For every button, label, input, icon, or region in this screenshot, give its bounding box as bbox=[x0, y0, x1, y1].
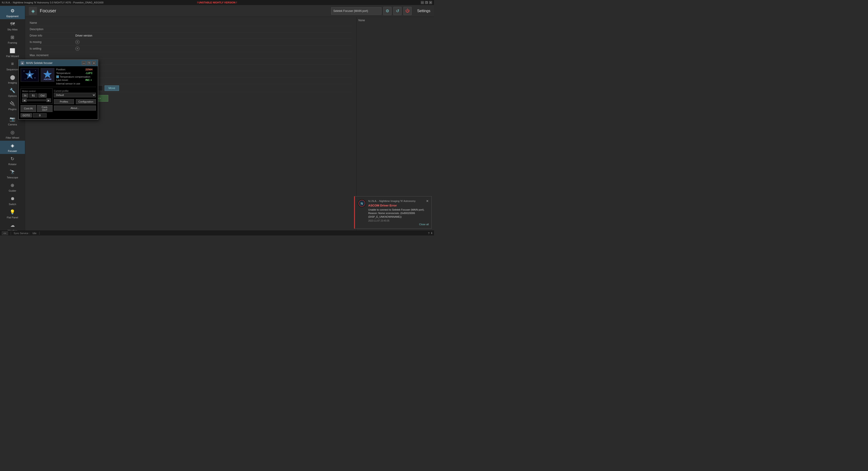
svg-point-4 bbox=[35, 70, 36, 71]
goto-input[interactable] bbox=[33, 113, 46, 117]
toast-timestamp: 2023-11-07 23:45:05 bbox=[368, 220, 429, 222]
device-select[interactable]: Seletek Focuser (MAIN port) No Focuser bbox=[331, 7, 381, 14]
toast-content: N.I.N.A. - Nighttime Imaging 'N' Astrono… bbox=[368, 199, 429, 226]
toast-error-title: ASCOM Driver Error bbox=[368, 204, 429, 207]
svg-text:N: N bbox=[361, 202, 363, 206]
popup-profile-select[interactable]: Default bbox=[54, 93, 96, 97]
popup-position-label: Position: bbox=[56, 68, 84, 71]
motor-arrow-bar bbox=[27, 99, 46, 101]
sidebar-item-framing[interactable]: ⊞ Framing bbox=[0, 32, 25, 46]
filter-wheel-icon: ◎ bbox=[9, 129, 16, 136]
sidebar-label-sequencer: Sequencer bbox=[6, 68, 19, 71]
driver-info-label: Driver info bbox=[30, 34, 75, 37]
settings-none-value: None bbox=[359, 19, 365, 22]
flat-panel-icon: 💡 bbox=[9, 209, 16, 215]
sidebar-label-options: Options bbox=[8, 95, 17, 97]
configuration-button[interactable]: Configuration bbox=[76, 99, 96, 104]
svg-text:ASCOM: ASCOM bbox=[43, 78, 52, 81]
svg-point-5 bbox=[25, 79, 25, 79]
popup-device-info: Position: 22564 Temperature: -1.8°C Temp… bbox=[56, 68, 96, 85]
description-row: Description bbox=[30, 26, 352, 32]
description-label: Description bbox=[30, 28, 75, 31]
app-title: N.I.N.A. - Nighttime Imaging 'N' Astrono… bbox=[2, 1, 103, 4]
sequencer-icon: ≡ bbox=[9, 61, 16, 67]
toast-close-button[interactable]: ✕ bbox=[426, 199, 429, 203]
arrow-left-button[interactable]: ◀ bbox=[22, 98, 27, 102]
sync-service-value: Idle bbox=[32, 232, 36, 234]
sidebar-label-imaging: Imaging bbox=[8, 81, 17, 84]
cont-out-button[interactable]: Cont-OUT bbox=[37, 105, 53, 112]
settings-gear-button[interactable]: ⚙ bbox=[383, 7, 392, 15]
close-button[interactable]: ✕ bbox=[429, 1, 432, 4]
popup-close-btn[interactable]: ✕ bbox=[92, 61, 96, 65]
sidebar-label-weather: Weather bbox=[8, 229, 17, 230]
is-settling-row: Is settling ✕ bbox=[30, 45, 352, 52]
sky-atlas-icon: 🗺 bbox=[9, 21, 16, 27]
sidebar-label-focuser: Focuser bbox=[8, 150, 17, 153]
move-button[interactable]: Move bbox=[104, 86, 119, 91]
sidebar-label-telescope: Telescope bbox=[7, 176, 18, 179]
minimize-button[interactable]: — bbox=[421, 1, 424, 4]
popup-last-move-value: INC + bbox=[86, 78, 92, 81]
sidebar-label-sky-atlas: Sky Atlas bbox=[7, 28, 18, 31]
step-input[interactable] bbox=[29, 93, 37, 97]
sidebar-item-flat-wizard[interactable]: ⬜ Flat Wizard bbox=[0, 46, 25, 59]
panel-focuser-icon: ◈ bbox=[29, 7, 37, 15]
profiles-button[interactable]: Profiles bbox=[54, 99, 74, 104]
settings-title: Settings bbox=[417, 9, 430, 13]
arrow-right-button[interactable]: ▶ bbox=[46, 98, 51, 102]
toast-app-name: N.I.N.A. - Nighttime Imaging 'N' Astrono… bbox=[368, 200, 415, 202]
popup-logo bbox=[21, 68, 39, 82]
sidebar-item-rotator[interactable]: ↻ Rotator bbox=[0, 154, 25, 167]
sidebar-label-flat-wizard: Flat Wizard bbox=[6, 55, 19, 58]
focuser-content: Name Description Driver info Driver vers… bbox=[25, 17, 356, 230]
popup-two-col: Motor control In Out ◀ ▶ Cont-IN Cont-OU… bbox=[21, 88, 96, 117]
sidebar-item-switch[interactable]: ⏺ Switch bbox=[0, 194, 25, 207]
sidebar-item-guider[interactable]: ⊕ Guider bbox=[0, 181, 25, 194]
is-moving-row: Is moving ✕ bbox=[30, 39, 352, 45]
statusbar-prev-button[interactable]: << bbox=[2, 231, 8, 235]
sidebar-item-weather[interactable]: ☁ Weather bbox=[0, 220, 25, 230]
sidebar-item-equipment[interactable]: ⚙ Equipment bbox=[0, 6, 25, 19]
out-button[interactable]: Out bbox=[38, 93, 46, 97]
popup-minimize-btn[interactable]: — bbox=[82, 61, 86, 65]
popup-restore-btn[interactable]: ❐ bbox=[87, 61, 91, 65]
sidebar-item-filter-wheel[interactable]: ◎ Filter Wheel bbox=[0, 127, 25, 141]
driver-version-value: Driver version bbox=[75, 34, 92, 37]
equipment-icon: ⚙ bbox=[9, 7, 16, 14]
driver-info-row: Driver info Driver version bbox=[30, 32, 352, 39]
unstable-warning: ! UNSTABLE NIGHTLY VERSION ! bbox=[197, 1, 237, 4]
about-button[interactable]: About... bbox=[54, 105, 96, 111]
sidebar-label-framing: Framing bbox=[8, 41, 17, 44]
motor-control-box: Motor control In Out ◀ ▶ bbox=[21, 88, 53, 104]
sidebar-item-focuser[interactable]: ◈ Focuser bbox=[0, 141, 25, 154]
popup-sensor-label: Internal sensor in use bbox=[56, 82, 96, 85]
guider-icon: ⊕ bbox=[9, 182, 16, 189]
restore-button[interactable]: ❐ bbox=[425, 1, 428, 4]
sidebar-label-flat-panel: Flat Panel bbox=[7, 216, 18, 219]
sidebar-item-telescope[interactable]: 🔭 Telescope bbox=[0, 167, 25, 181]
sidebar-item-sky-atlas[interactable]: 🗺 Sky Atlas bbox=[0, 19, 25, 32]
plugins-icon: 🔌 bbox=[9, 100, 16, 107]
power-button[interactable]: ⏻ bbox=[403, 7, 412, 15]
info-icon[interactable]: ℹ bbox=[431, 231, 432, 234]
motor-arrow-row: ◀ ▶ bbox=[22, 98, 51, 102]
sidebar-label-filter-wheel: Filter Wheel bbox=[6, 136, 19, 139]
camera-icon: 📷 bbox=[9, 116, 16, 122]
toast-close-all[interactable]: Close all bbox=[368, 223, 429, 226]
popup-temp-comp-label: Temperature compensation bbox=[60, 75, 90, 78]
cont-in-button[interactable]: Cont-IN bbox=[21, 105, 36, 112]
window-controls: — ❐ ✕ bbox=[421, 1, 432, 4]
goto-button[interactable]: GOTO bbox=[21, 113, 32, 117]
help-icon[interactable]: ? bbox=[428, 232, 429, 234]
name-row: Name bbox=[30, 20, 352, 26]
popup-titlebar: ◈ MAIN Seletek focuser — ❐ ✕ bbox=[19, 60, 98, 66]
in-button[interactable]: In bbox=[22, 93, 28, 97]
error-toast: N N.I.N.A. - Nighttime Imaging 'N' Astro… bbox=[354, 196, 432, 229]
sidebar-item-flat-panel[interactable]: 💡 Flat Panel bbox=[0, 207, 25, 220]
seletek-popup: ◈ MAIN Seletek focuser — ❐ ✕ bbox=[18, 59, 98, 120]
reconnect-button[interactable]: ↺ bbox=[393, 7, 402, 15]
popup-temp-comp-row: Temperature compensation bbox=[56, 75, 96, 78]
popup-temp-comp-checkbox[interactable] bbox=[56, 75, 59, 78]
imaging-icon: ⬤ bbox=[9, 74, 16, 81]
